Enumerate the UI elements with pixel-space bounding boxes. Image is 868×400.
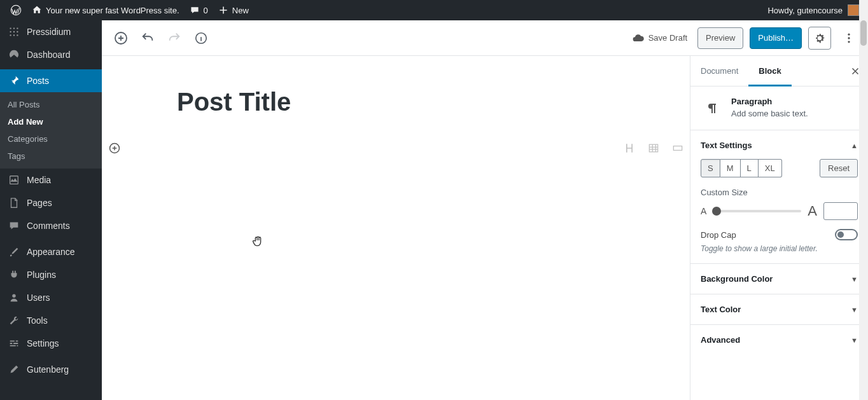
tab-block[interactable]: Block <box>748 56 791 86</box>
menu-appearance[interactable]: Appearance <box>0 240 102 263</box>
settings-toggle-button[interactable] <box>808 27 831 50</box>
hand-cursor-icon <box>251 234 265 248</box>
menu-comments[interactable]: Comments <box>0 214 102 237</box>
menu-dashboard[interactable]: Dashboard <box>0 43 102 66</box>
comments-icon <box>8 219 20 232</box>
avatar[interactable] <box>848 4 859 16</box>
preview-button[interactable]: Preview <box>697 27 743 49</box>
chevron-down-icon: ▼ <box>851 275 858 283</box>
size-l[interactable]: L <box>741 159 759 177</box>
home-icon <box>32 5 42 15</box>
block-card-desc: Add some basic text. <box>731 109 808 118</box>
svg-point-1 <box>10 27 11 29</box>
add-block-button[interactable] <box>109 27 132 50</box>
undo-icon <box>141 31 155 45</box>
plug-icon <box>8 268 20 281</box>
submenu-add-new[interactable]: Add New <box>0 113 102 130</box>
paragraph-icon <box>701 97 724 120</box>
editor: Save Draft Preview Publish… Post Title <box>102 20 868 400</box>
more-menu-button[interactable] <box>837 27 860 50</box>
block-card-title: Paragraph <box>731 97 808 106</box>
size-indicator-large: A <box>808 203 817 219</box>
chevron-up-icon[interactable]: ▲ <box>851 142 858 149</box>
font-size-presets: S M L XL <box>701 159 782 177</box>
admin-bar: Your new super fast WordPress site. 0 Ne… <box>0 0 868 20</box>
table-block-shortcut[interactable] <box>647 141 661 155</box>
undo-button[interactable] <box>136 27 159 50</box>
page-scrollbar[interactable] <box>859 0 868 400</box>
submenu-all-posts[interactable]: All Posts <box>0 96 102 113</box>
editor-canvas[interactable]: Post Title <box>102 56 690 400</box>
size-xl[interactable]: XL <box>759 159 782 177</box>
svg-point-6 <box>17 31 18 32</box>
advanced-panel[interactable]: Advanced ▼ <box>690 325 868 355</box>
post-title-input[interactable]: Post Title <box>177 88 615 116</box>
host-icon <box>8 25 20 38</box>
wordpress-icon <box>10 4 22 16</box>
user-icon <box>8 291 20 304</box>
editor-toolbar: Save Draft Preview Publish… <box>102 20 868 56</box>
dropcap-label: Drop Cap <box>701 230 736 240</box>
new-content-link[interactable]: New <box>213 0 254 20</box>
svg-point-8 <box>13 34 15 36</box>
size-m[interactable]: M <box>720 159 741 177</box>
table-icon <box>647 142 660 155</box>
menu-host[interactable]: Pressidium <box>0 20 102 43</box>
menu-media[interactable]: Media <box>0 169 102 191</box>
background-color-panel[interactable]: Background Color ▼ <box>690 264 868 294</box>
rectangle-icon <box>671 142 684 155</box>
plus-icon <box>218 5 228 15</box>
svg-point-15 <box>848 37 850 39</box>
pin-icon <box>8 74 20 87</box>
reset-size-button[interactable]: Reset <box>820 159 858 177</box>
menu-gutenberg[interactable]: Gutenberg <box>0 358 102 381</box>
svg-rect-18 <box>649 144 657 152</box>
size-s[interactable]: S <box>701 159 720 177</box>
dropcap-toggle[interactable] <box>835 229 858 240</box>
heading-icon <box>623 142 636 155</box>
menu-posts[interactable]: Posts <box>0 69 102 92</box>
menu-settings[interactable]: Settings <box>0 332 102 355</box>
menu-plugins[interactable]: Plugins <box>0 263 102 286</box>
save-draft-button[interactable]: Save Draft <box>628 32 691 45</box>
empty-paragraph-block[interactable] <box>107 135 685 161</box>
plus-circle-icon <box>113 31 129 46</box>
cover-block-shortcut[interactable] <box>671 141 685 155</box>
svg-point-2 <box>13 27 15 29</box>
menu-pages[interactable]: Pages <box>0 191 102 214</box>
more-vertical-icon <box>843 32 855 45</box>
svg-rect-19 <box>673 146 682 151</box>
submenu-posts: All Posts Add New Categories Tags <box>0 92 102 169</box>
menu-users[interactable]: Users <box>0 286 102 309</box>
submenu-tags[interactable]: Tags <box>0 148 102 165</box>
svg-point-11 <box>12 294 15 298</box>
pencil-icon <box>8 363 20 376</box>
media-icon <box>8 174 20 186</box>
content-info-button[interactable] <box>190 27 213 50</box>
sidebar-tabs: Document Block <box>690 56 868 86</box>
chevron-down-icon: ▼ <box>851 306 858 314</box>
heading-block-shortcut[interactable] <box>622 141 636 155</box>
svg-point-16 <box>848 41 850 43</box>
redo-button[interactable] <box>163 27 186 50</box>
wp-logo[interactable] <box>5 0 27 20</box>
tab-document[interactable]: Document <box>690 56 748 86</box>
custom-size-input[interactable] <box>823 202 858 220</box>
howdy-text[interactable]: Howdy, gutencourse <box>767 6 843 15</box>
custom-size-label: Custom Size <box>701 188 858 197</box>
inline-add-block-button[interactable] <box>107 141 122 156</box>
custom-size-slider[interactable] <box>713 210 801 212</box>
info-icon <box>194 31 208 45</box>
comments-link[interactable]: 0 <box>185 0 213 20</box>
dropcap-hint: Toggle to show a large initial letter. <box>701 244 858 253</box>
comment-icon <box>190 5 200 15</box>
submenu-categories[interactable]: Categories <box>0 130 102 148</box>
text-settings-label: Text Settings <box>701 141 752 150</box>
site-home-link[interactable]: Your new super fast WordPress site. <box>27 0 185 20</box>
text-color-panel[interactable]: Text Color ▼ <box>690 294 868 325</box>
settings-sidebar: Document Block Paragraph Add some basic … <box>690 56 868 400</box>
publish-button[interactable]: Publish… <box>750 27 802 49</box>
menu-tools[interactable]: Tools <box>0 309 102 332</box>
pages-icon <box>8 197 20 209</box>
svg-point-3 <box>17 27 18 29</box>
